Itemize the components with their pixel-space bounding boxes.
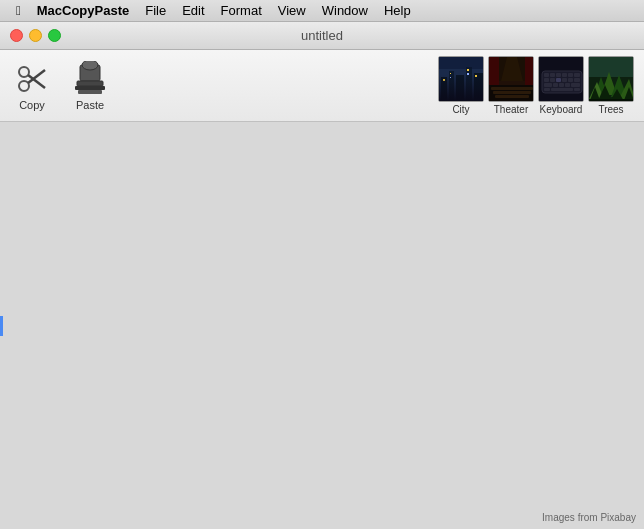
window-title: untitled (301, 28, 343, 43)
svg-rect-10 (441, 77, 447, 102)
paste-button[interactable]: Paste (64, 56, 116, 116)
city-label: City (452, 104, 469, 115)
svg-rect-13 (466, 67, 472, 102)
trees-image (588, 56, 634, 102)
svg-rect-7 (75, 86, 105, 90)
svg-rect-30 (499, 81, 525, 85)
keyboard-thumbnail[interactable]: Keyboard (538, 56, 584, 115)
svg-rect-11 (449, 71, 454, 102)
svg-rect-17 (450, 77, 451, 78)
svg-rect-54 (589, 57, 634, 77)
svg-rect-35 (556, 73, 561, 77)
view-menu-item[interactable]: View (270, 0, 314, 22)
main-content: Images from Pixabay (0, 122, 644, 529)
app-menu-item[interactable]: MacCopyPaste (29, 0, 137, 22)
toolbar: Copy Paste (0, 50, 644, 122)
svg-rect-38 (574, 73, 580, 77)
copy-button[interactable]: Copy (6, 56, 58, 116)
toolbar-right: City (438, 56, 634, 115)
svg-rect-44 (574, 78, 580, 82)
svg-rect-15 (443, 79, 445, 81)
keyboard-image (538, 56, 584, 102)
close-button[interactable] (10, 29, 23, 42)
toolbar-left: Copy Paste (6, 56, 116, 116)
stamp-icon (72, 61, 108, 97)
maximize-button[interactable] (48, 29, 61, 42)
attribution-text: Images from Pixabay (542, 512, 636, 523)
titlebar: untitled (0, 22, 644, 50)
trees-thumbnail[interactable]: Trees (588, 56, 634, 115)
format-menu-item[interactable]: Format (213, 0, 270, 22)
svg-rect-52 (574, 88, 580, 91)
svg-rect-24 (491, 87, 533, 90)
copy-label: Copy (19, 99, 45, 111)
menubar:  MacCopyPaste File Edit Format View Win… (0, 0, 644, 22)
svg-rect-28 (489, 57, 499, 85)
city-image (438, 56, 484, 102)
svg-rect-50 (544, 88, 550, 91)
window-controls (10, 29, 61, 42)
svg-rect-40 (550, 78, 555, 82)
svg-rect-34 (550, 73, 555, 77)
window-menu-item[interactable]: Window (314, 0, 376, 22)
svg-rect-20 (475, 75, 477, 77)
help-menu-item[interactable]: Help (376, 0, 419, 22)
svg-point-0 (19, 81, 29, 91)
city-thumbnail[interactable]: City (438, 56, 484, 115)
svg-rect-47 (559, 83, 564, 87)
svg-rect-14 (474, 73, 483, 102)
edit-menu-item[interactable]: Edit (174, 0, 212, 22)
trees-label: Trees (598, 104, 623, 115)
svg-rect-49 (571, 83, 580, 87)
svg-rect-19 (467, 73, 469, 75)
svg-rect-16 (450, 73, 451, 74)
svg-rect-37 (568, 73, 573, 77)
svg-rect-18 (467, 69, 469, 71)
svg-rect-43 (568, 78, 573, 82)
svg-rect-6 (77, 81, 103, 86)
svg-rect-46 (553, 83, 558, 87)
left-accent (0, 316, 3, 336)
svg-rect-26 (495, 95, 529, 98)
svg-rect-39 (544, 78, 549, 82)
theater-image (488, 56, 534, 102)
svg-rect-41 (556, 78, 561, 82)
svg-rect-64 (589, 99, 634, 102)
svg-rect-25 (493, 91, 531, 94)
apple-menu-item[interactable]:  (8, 0, 29, 22)
theater-label: Theater (494, 104, 528, 115)
svg-rect-45 (544, 83, 552, 87)
minimize-button[interactable] (29, 29, 42, 42)
svg-rect-36 (562, 73, 567, 77)
file-menu-item[interactable]: File (137, 0, 174, 22)
svg-rect-33 (544, 73, 549, 77)
svg-rect-48 (565, 83, 570, 87)
svg-point-5 (82, 61, 98, 70)
svg-rect-21 (439, 57, 484, 69)
scissors-icon (14, 61, 50, 97)
svg-rect-51 (551, 88, 573, 91)
keyboard-label: Keyboard (540, 104, 583, 115)
svg-rect-12 (456, 75, 464, 102)
theater-thumbnail[interactable]: Theater (488, 56, 534, 115)
svg-rect-42 (562, 78, 567, 82)
svg-rect-29 (525, 57, 534, 85)
paste-label: Paste (76, 99, 104, 111)
svg-rect-8 (78, 90, 102, 94)
svg-point-1 (19, 67, 29, 77)
